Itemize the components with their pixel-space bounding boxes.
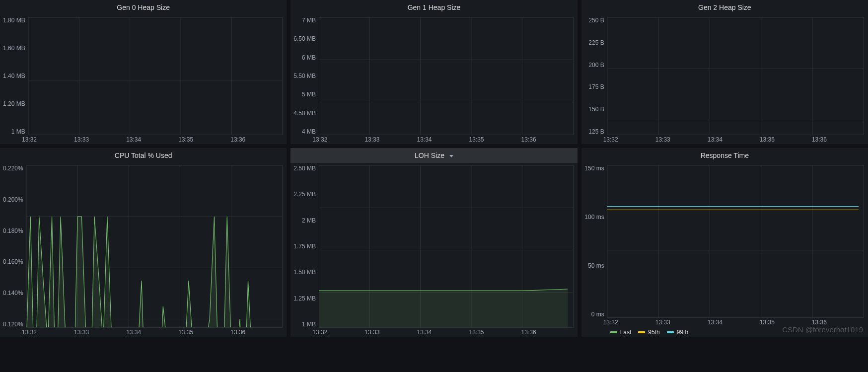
y-tick: 5.50 MB	[293, 73, 316, 79]
x-tick: 13:33	[74, 329, 126, 336]
x-tick: 13:34	[126, 329, 178, 336]
x-tick: 13:36	[812, 136, 864, 143]
y-tick: 2 MB	[293, 217, 316, 224]
x-axis-resp: 13:3213:3313:3413:3513:36	[610, 319, 864, 326]
x-tick: 13:35	[469, 136, 521, 143]
swatch-last	[610, 331, 617, 333]
x-tick: 13:33	[74, 136, 126, 143]
y-tick: 0.120%	[3, 321, 23, 328]
y-tick: 1.50 MB	[293, 269, 316, 276]
chart-cpu: 0.220%0.200%0.180%0.160%0.140%0.120% 13:…	[0, 163, 287, 337]
swatch-95th	[638, 331, 645, 333]
x-tick: 13:34	[708, 136, 760, 143]
x-axis-loh: 13:3213:3313:3413:3513:36	[319, 329, 573, 336]
x-tick: 13:34	[417, 136, 469, 143]
panel-resp[interactable]: Response Time 150 ms100 ms50 ms0 ms 13:3…	[581, 148, 868, 337]
plot-resp[interactable]	[607, 165, 864, 318]
y-tick: 1.80 MB	[3, 17, 25, 24]
y-tick: 50 ms	[584, 262, 604, 269]
x-tick: 13:36	[812, 319, 864, 326]
x-tick: 13:36	[521, 329, 574, 336]
y-tick: 7 MB	[293, 17, 316, 24]
panel-title-gen0[interactable]: Gen 0 Heap Size	[0, 0, 287, 15]
swatch-99th	[667, 331, 674, 333]
x-tick: 13:32	[22, 136, 74, 143]
x-axis-gen1: 13:3213:3313:3413:3513:36	[319, 136, 573, 143]
panel-title-loh-label: LOH Size	[415, 151, 444, 159]
x-tick: 13:35	[469, 329, 521, 336]
legend-label-95th: 95th	[648, 329, 659, 336]
y-tick: 150 ms	[584, 165, 604, 172]
y-tick: 125 B	[584, 128, 604, 135]
chevron-down-icon[interactable]	[449, 155, 453, 157]
x-tick: 13:33	[364, 329, 417, 336]
x-tick: 13:32	[312, 329, 364, 336]
x-tick: 13:34	[417, 329, 469, 336]
chart-gen0: 1.80 MB1.60 MB1.40 MB1.20 MB1 MB 13:3213…	[0, 15, 287, 144]
panel-loh[interactable]: LOH Size 2.50 MB2.25 MB2 MB1.75 MB1.50 M…	[290, 148, 577, 337]
panel-title-loh[interactable]: LOH Size	[290, 148, 577, 163]
y-tick: 4 MB	[293, 128, 316, 135]
chart-loh: 2.50 MB2.25 MB2 MB1.75 MB1.50 MB1.25 MB1…	[290, 163, 577, 337]
x-tick: 13:36	[230, 136, 283, 143]
y-tick: 200 B	[584, 62, 604, 69]
chart-resp: 150 ms100 ms50 ms0 ms 13:3213:3313:3413:…	[581, 163, 868, 337]
panel-gen2[interactable]: Gen 2 Heap Size 250 B225 B200 B175 B150 …	[581, 0, 868, 144]
legend-label-99th: 99th	[677, 329, 688, 336]
y-axis-gen0: 1.80 MB1.60 MB1.40 MB1.20 MB1 MB	[3, 17, 28, 135]
y-tick: 0.220%	[3, 165, 23, 172]
chart-gen2: 250 B225 B200 B175 B150 B125 B 13:3213:3…	[581, 15, 868, 144]
y-axis-gen1: 7 MB6.50 MB6 MB5.50 MB5 MB4.50 MB4 MB	[293, 17, 319, 135]
y-tick: 100 ms	[584, 214, 604, 221]
x-tick: 13:35	[760, 136, 812, 143]
y-axis-gen2: 250 B225 B200 B175 B150 B125 B	[584, 17, 607, 135]
x-tick: 13:32	[312, 136, 364, 143]
panel-title-gen1[interactable]: Gen 1 Heap Size	[290, 0, 577, 15]
x-tick: 13:33	[364, 136, 417, 143]
panel-cpu[interactable]: CPU Total % Used 0.220%0.200%0.180%0.160…	[0, 148, 287, 337]
y-tick: 0.140%	[3, 290, 23, 297]
plot-gen1[interactable]	[319, 17, 574, 135]
plot-gen0[interactable]	[28, 17, 283, 135]
x-axis-gen0: 13:3213:3313:3413:3513:36	[29, 136, 283, 143]
y-tick: 225 B	[584, 39, 604, 46]
y-tick: 1.25 MB	[293, 295, 316, 302]
x-axis-cpu: 13:3213:3313:3413:3513:36	[29, 329, 283, 336]
x-tick: 13:33	[655, 319, 708, 326]
y-tick: 0.200%	[3, 196, 23, 203]
x-axis-gen2: 13:3213:3313:3413:3513:36	[610, 136, 864, 143]
panel-title-cpu[interactable]: CPU Total % Used	[0, 148, 287, 163]
y-tick: 2.25 MB	[293, 191, 316, 198]
y-tick: 4.50 MB	[293, 110, 316, 117]
panel-title-gen2[interactable]: Gen 2 Heap Size	[581, 0, 868, 15]
panel-gen0[interactable]: Gen 0 Heap Size 1.80 MB1.60 MB1.40 MB1.2…	[0, 0, 287, 144]
y-tick: 1.40 MB	[3, 73, 25, 79]
y-axis-resp: 150 ms100 ms50 ms0 ms	[584, 165, 607, 318]
legend-item-last[interactable]: Last	[610, 329, 632, 336]
chart-gen1: 7 MB6.50 MB6 MB5.50 MB5 MB4.50 MB4 MB 13…	[290, 15, 577, 144]
x-tick: 13:32	[603, 319, 655, 326]
legend-label-last: Last	[620, 329, 632, 336]
legend-item-99th[interactable]: 99th	[667, 329, 688, 336]
y-axis-loh: 2.50 MB2.25 MB2 MB1.75 MB1.50 MB1.25 MB1…	[293, 165, 319, 328]
x-tick: 13:35	[178, 329, 230, 336]
y-tick: 1 MB	[293, 321, 316, 328]
x-tick: 13:36	[521, 136, 574, 143]
x-tick: 13:36	[230, 329, 283, 336]
legend-item-95th[interactable]: 95th	[638, 329, 659, 336]
legend-resp: Last 95th 99th	[610, 329, 864, 336]
y-tick: 0.180%	[3, 227, 23, 234]
x-tick: 13:33	[655, 136, 708, 143]
y-tick: 6 MB	[293, 54, 316, 61]
y-tick: 250 B	[584, 17, 604, 24]
plot-gen2[interactable]	[607, 17, 864, 135]
plot-loh[interactable]	[319, 165, 574, 328]
x-tick: 13:35	[760, 319, 812, 326]
panel-gen1[interactable]: Gen 1 Heap Size 7 MB6.50 MB6 MB5.50 MB5 …	[290, 0, 577, 144]
y-tick: 2.50 MB	[293, 165, 316, 172]
x-tick: 13:34	[708, 319, 760, 326]
y-tick: 1 MB	[3, 128, 25, 135]
plot-cpu[interactable]	[26, 165, 283, 328]
x-tick: 13:32	[603, 136, 655, 143]
panel-title-resp[interactable]: Response Time	[581, 148, 868, 163]
